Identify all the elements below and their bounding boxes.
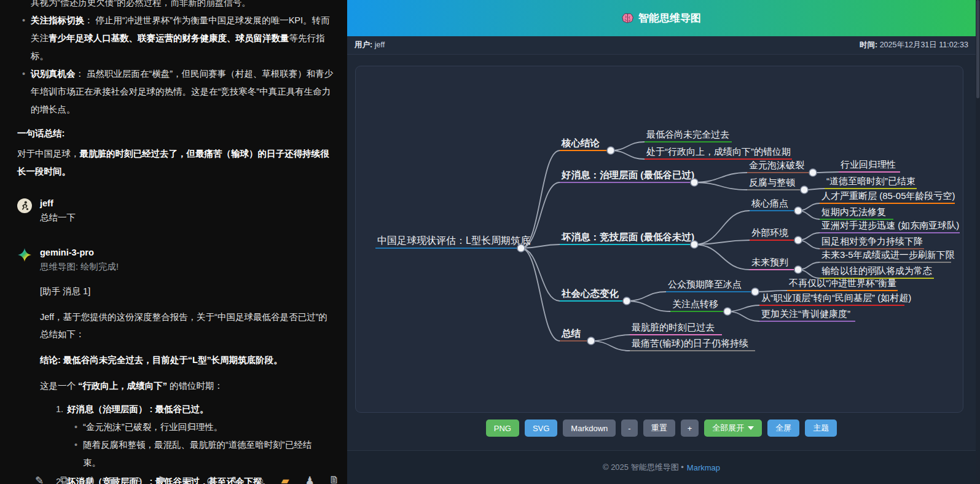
- image-icon[interactable]: ▣: [108, 474, 119, 484]
- edit-icon[interactable]: ✎: [34, 474, 45, 484]
- mindmap-node-label[interactable]: 行业回归理性: [841, 159, 896, 170]
- mindmap-node[interactable]: 金元泡沫破裂: [747, 160, 817, 176]
- mindmap-node-label[interactable]: 总结: [561, 328, 581, 338]
- mindmap-collapse-circle[interactable]: [794, 266, 802, 273]
- mindmap-node-label[interactable]: 外部环境: [751, 227, 788, 238]
- speaker-icon[interactable]: ◁): [83, 474, 94, 484]
- mindmap-node[interactable]: 总结: [560, 328, 595, 345]
- mindmap-node[interactable]: 人才严重断层 (85-05年龄段亏空): [820, 190, 955, 203]
- mindmap-node-label[interactable]: 亚洲对手进步迅速 (如东南亚球队): [821, 220, 959, 230]
- mindmap-collapse-circle[interactable]: [691, 179, 698, 186]
- mindmap-node[interactable]: 中国足球现状评估：L型长周期筑底: [375, 235, 530, 252]
- mindmap-node-label[interactable]: 未来预判: [751, 257, 788, 267]
- mindmap-node[interactable]: 短期内无法修复: [820, 206, 893, 219]
- mindmap-node-label[interactable]: 处于“行政向上，成绩向下”的错位期: [646, 146, 791, 157]
- chat-panel: 其视为“偿还历史欠债”的必然过程，而非新的崩盘信号。 • 关注指标切换： 停止用…: [0, 0, 347, 484]
- file-icon[interactable]: 🗎: [329, 474, 340, 484]
- copy-icon[interactable]: ⧉: [58, 474, 69, 484]
- mindmap-node[interactable]: 好消息：治理层面 (最低谷已过): [560, 170, 698, 186]
- scrollbar-thumb[interactable]: [976, 0, 979, 98]
- mindmap-collapse-circle[interactable]: [801, 186, 808, 193]
- clock-icon[interactable]: ◷: [132, 474, 143, 484]
- mindmap-node[interactable]: “道德至暗时刻”已结束: [825, 176, 917, 189]
- refresh-icon[interactable]: ↻: [230, 474, 241, 484]
- export-markdown-button[interactable]: Markdown: [563, 420, 616, 437]
- mindmap-node[interactable]: 行业回归理性: [839, 159, 900, 172]
- mindmap-node-label[interactable]: 坏消息：竞技层面 (最低谷未过): [561, 232, 694, 242]
- mindmap-node[interactable]: 社会心态变化: [560, 288, 630, 305]
- mindmap-node[interactable]: 输给以往的弱队将成为常态: [820, 265, 934, 278]
- mindmap-collapse-circle[interactable]: [794, 236, 802, 244]
- mindmap-node-label[interactable]: 从“职业顶层”转向“民间基层” (如村超): [761, 292, 911, 303]
- mindmap-node[interactable]: 未来预判: [750, 257, 802, 273]
- mindmap-node-label[interactable]: 关注点转移: [672, 299, 718, 309]
- user-avatar[interactable]: [17, 198, 32, 213]
- mindmap-node[interactable]: 核心痛点: [750, 198, 802, 214]
- reset-view-button[interactable]: 重置: [643, 420, 675, 437]
- bullet-bold: 青少年足球人口基数、联赛运营的财务健康度、球员留洋数量: [49, 33, 289, 43]
- page-scrollbar[interactable]: [976, 0, 980, 484]
- mindmap-node-label[interactable]: 国足相对竞争力持续下降: [821, 236, 923, 246]
- export-svg-button[interactable]: SVG: [525, 420, 557, 437]
- mindmap-collapse-circle[interactable]: [691, 241, 698, 248]
- mindmap-node-label[interactable]: 公众预期降至冰点: [668, 279, 742, 289]
- mindmap-node[interactable]: 最肮脏的时刻已过去: [630, 322, 722, 335]
- mindmap-node[interactable]: 最低谷尚未完全过去: [645, 129, 732, 142]
- mindmap-collapse-circle[interactable]: [794, 207, 802, 214]
- caret-down-icon: [748, 426, 754, 430]
- mindmap-node[interactable]: 最痛苦(输球)的日子仍将持续: [630, 338, 755, 351]
- mindmap-collapse-circle[interactable]: [751, 288, 759, 295]
- mindmap-node-label[interactable]: 中国足球现状评估：L型长周期筑底: [377, 235, 530, 246]
- school-icon[interactable]: ⌂: [255, 474, 266, 484]
- mindmap-node[interactable]: 公众预期降至冰点: [666, 279, 759, 295]
- mindmap-node[interactable]: 坏消息：竞技层面 (最低谷未过): [560, 232, 698, 248]
- mindmap-node-label[interactable]: 最痛苦(输球)的日子仍将持续: [632, 338, 748, 348]
- mindmap-node[interactable]: 反腐与整顿: [747, 177, 808, 193]
- mindmap-collapse-circle[interactable]: [517, 244, 525, 252]
- mindmap-node[interactable]: 国足相对竞争力持续下降: [820, 236, 924, 249]
- mindmap-node-label[interactable]: 核心痛点: [751, 198, 788, 208]
- zoom-in-button[interactable]: +: [681, 420, 699, 437]
- flag-icon[interactable]: ⚑: [157, 474, 168, 484]
- expand-all-button[interactable]: 全部展开: [704, 420, 762, 437]
- mindmap-canvas[interactable]: 中国足球现状评估：L型长周期筑底核心结论好消息：治理层面 (最低谷已过)坏消息：…: [355, 66, 963, 413]
- markmap-link[interactable]: Markmap: [687, 463, 720, 472]
- mindmap-node-label[interactable]: 好消息：治理层面 (最低谷已过): [561, 170, 694, 180]
- mindmap-node-label[interactable]: 人才严重断层 (85-05年龄段亏空): [821, 190, 955, 201]
- mindmap-node[interactable]: 更加关注“青训健康度”: [759, 308, 855, 321]
- mindmap-node-label[interactable]: 短期内无法修复: [821, 206, 886, 217]
- mindmap-node[interactable]: 亚洲对手进步迅速 (如东南亚球队): [820, 220, 960, 233]
- mindmap-node-label[interactable]: 输给以往的弱队将成为常态: [821, 265, 932, 276]
- theme-button[interactable]: 主题: [805, 420, 837, 437]
- mindmap-collapse-circle[interactable]: [587, 337, 595, 345]
- message-actions-row: ✎ ⧉ ◁) ▣ ◷ ⚑ ▤ ◎ ↻ ⌂ ▰ ♟ 🗎 ▦ ▩ +: [34, 474, 347, 484]
- mindmap-node-label[interactable]: 社会心态变化: [561, 288, 619, 299]
- mindmap-node-label[interactable]: 未来3-5年成绩或进一步刷新下限: [821, 249, 955, 260]
- mindmap-node[interactable]: 核心结论: [560, 138, 614, 154]
- person-icon[interactable]: ♟: [304, 474, 315, 484]
- mindmap-collapse-circle[interactable]: [623, 297, 630, 305]
- save-icon[interactable]: ▤: [181, 474, 192, 484]
- mindmap-node[interactable]: 未来3-5年成绩或进一步刷新下限: [820, 249, 955, 262]
- mindmap-node-label[interactable]: 最肮脏的时刻已过去: [632, 322, 715, 332]
- mindmap-node[interactable]: 外部环境: [750, 227, 802, 244]
- folder-icon[interactable]: ▰: [280, 474, 291, 484]
- mindmap-node-label[interactable]: 更加关注“青训健康度”: [761, 308, 850, 319]
- mindmap-node-label[interactable]: 反腐与整顿: [749, 177, 796, 187]
- mindmap-node-label[interactable]: “道德至暗时刻”已结束: [826, 176, 915, 186]
- export-png-button[interactable]: PNG: [486, 420, 519, 437]
- mindmap-node-label[interactable]: 核心结论: [561, 138, 600, 148]
- mindmap-node[interactable]: 不再仅以“冲进世界杯”衡量: [787, 278, 898, 291]
- mindmap-node-label[interactable]: 金元泡沫破裂: [749, 160, 804, 170]
- fullscreen-button[interactable]: 全屏: [767, 420, 799, 437]
- mindmap-collapse-circle[interactable]: [724, 308, 731, 315]
- mindmap-node-label[interactable]: 最低谷尚未完全过去: [646, 129, 729, 139]
- mindmap-collapse-circle[interactable]: [809, 169, 817, 176]
- mindmap-node[interactable]: 关注点转移: [670, 299, 731, 315]
- mindmap-collapse-circle[interactable]: [607, 147, 614, 154]
- mindmap-node[interactable]: 从“职业顶层”转向“民间基层” (如村超): [759, 292, 911, 305]
- mindmap-node[interactable]: 处于“行政向上，成绩向下”的错位期: [645, 146, 792, 159]
- info-icon[interactable]: ◎: [206, 474, 217, 484]
- zoom-out-button[interactable]: -: [621, 420, 637, 437]
- mindmap-node-label[interactable]: 不再仅以“冲进世界杯”衡量: [788, 278, 896, 288]
